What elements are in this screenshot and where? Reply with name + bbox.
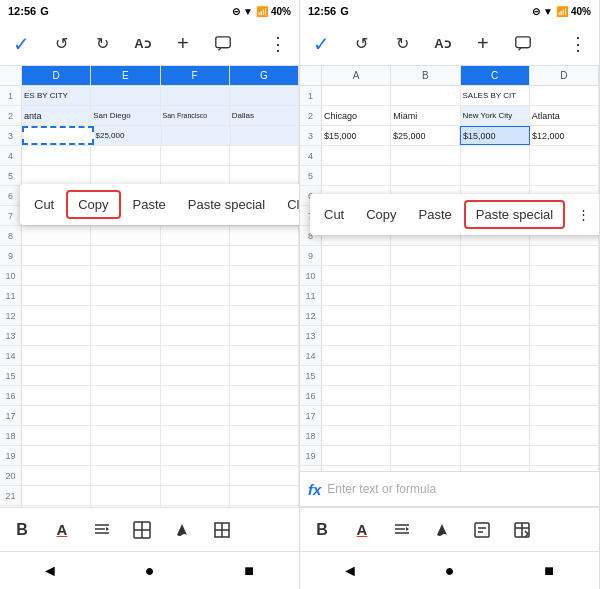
cell[interactable]: [230, 86, 299, 105]
cut-button-left[interactable]: Cut: [24, 192, 64, 217]
col-header-G[interactable]: G: [230, 66, 299, 85]
table-row: 3 $25,000: [0, 126, 299, 146]
cell[interactable]: [322, 86, 391, 105]
cell[interactable]: [162, 126, 231, 145]
home-nav-right[interactable]: ●: [429, 557, 469, 585]
paste-button-left[interactable]: Paste: [123, 192, 176, 217]
align-icon-left[interactable]: [88, 516, 116, 544]
recent-nav-right[interactable]: ■: [529, 557, 569, 585]
border-icon-left[interactable]: [208, 516, 236, 544]
cell[interactable]: $12,000: [530, 126, 599, 145]
checkmark-icon-right[interactable]: ✓: [308, 30, 334, 58]
table-row: 10: [0, 266, 299, 286]
wrap-icon-right[interactable]: [468, 516, 496, 544]
undo-icon-left[interactable]: ↺: [48, 30, 74, 58]
table-row: 11: [300, 286, 599, 306]
row-num: 1: [300, 86, 322, 105]
back-nav-right[interactable]: ◄: [330, 557, 370, 585]
checkmark-icon-left[interactable]: ✓: [8, 30, 34, 58]
cell[interactable]: [391, 86, 460, 105]
paste-button-right[interactable]: Paste: [409, 202, 462, 227]
col-header-F[interactable]: F: [161, 66, 230, 85]
merge-icon-left[interactable]: [128, 516, 156, 544]
table-row: 22: [0, 506, 299, 507]
font-color-icon-right[interactable]: A: [348, 516, 376, 544]
table-row: 17: [300, 406, 599, 426]
cell[interactable]: [91, 86, 160, 105]
sheet-rows-right: 1 SALES BY CIT 2 Chicago Miami New York …: [300, 86, 599, 471]
redo-icon-right[interactable]: ↻: [389, 30, 415, 58]
table-row: 21: [0, 486, 299, 506]
cut-button-right[interactable]: Cut: [314, 202, 354, 227]
table-row: 20: [0, 466, 299, 486]
col-header-A[interactable]: A: [322, 66, 391, 85]
status-left: 12:56 G: [8, 5, 49, 17]
back-nav-left[interactable]: ◄: [30, 557, 70, 585]
paste-special-button-left[interactable]: Paste special: [178, 192, 275, 217]
cell[interactable]: Miami: [391, 106, 460, 125]
freeze-icon-right[interactable]: [508, 516, 536, 544]
font-color-icon-left[interactable]: A: [48, 516, 76, 544]
fill-color-icon-left[interactable]: [168, 516, 196, 544]
formula-placeholder[interactable]: Enter text or formula: [327, 482, 436, 496]
align-icon-right[interactable]: [388, 516, 416, 544]
format-bar-left: B A: [0, 507, 299, 551]
text-format-icon-right[interactable]: Aↄ: [429, 30, 455, 58]
more-icon-left[interactable]: ⋮: [265, 30, 291, 58]
cell[interactable]: $25,000: [94, 126, 163, 145]
row-num-header-right: [300, 66, 322, 85]
add-icon-right[interactable]: +: [470, 30, 496, 58]
paste-special-button-right[interactable]: Paste special: [464, 200, 565, 229]
fill-color-icon-right[interactable]: [428, 516, 456, 544]
cell[interactable]: New York City: [461, 106, 530, 125]
cell[interactable]: $15,000: [460, 126, 530, 145]
copy-button-left[interactable]: Copy: [66, 190, 120, 219]
redo-icon-left[interactable]: ↻: [89, 30, 115, 58]
col-header-B[interactable]: B: [391, 66, 460, 85]
copy-button-right[interactable]: Copy: [356, 202, 406, 227]
home-nav-left[interactable]: ●: [129, 557, 169, 585]
cell[interactable]: [22, 126, 94, 145]
cell[interactable]: [231, 126, 300, 145]
bold-icon-right[interactable]: B: [308, 516, 336, 544]
table-row: 16: [300, 386, 599, 406]
cell[interactable]: anta: [22, 106, 91, 125]
col-header-D[interactable]: D: [22, 66, 91, 85]
cell[interactable]: [161, 86, 230, 105]
table-row: 13: [0, 326, 299, 346]
cell[interactable]: San Diego: [91, 106, 160, 125]
time-right: 12:56: [308, 5, 336, 17]
comment-icon-right[interactable]: [510, 30, 536, 58]
table-row: 12: [300, 306, 599, 326]
col-header-C[interactable]: C: [461, 66, 530, 85]
text-format-icon-left[interactable]: Aↄ: [129, 30, 155, 58]
table-row: 3 $15,000 $25,000 $15,000 $12,000: [300, 126, 599, 146]
cell[interactable]: ES BY CITY: [22, 86, 91, 105]
toolbar-left: ✓ ↺ ↻ Aↄ + ⋮: [0, 22, 299, 66]
more-icon-right[interactable]: ⋮: [565, 30, 591, 58]
cell[interactable]: Atlanta: [530, 106, 599, 125]
clear-button-left[interactable]: Clear: [277, 192, 299, 217]
cell[interactable]: $25,000: [391, 126, 460, 145]
battery-right: 40%: [571, 6, 591, 17]
col-header-E[interactable]: E: [91, 66, 160, 85]
cell[interactable]: $15,000: [322, 126, 391, 145]
time-left: 12:56: [8, 5, 36, 17]
cell[interactable]: Dallas: [230, 106, 299, 125]
recent-nav-left[interactable]: ■: [229, 557, 269, 585]
cell[interactable]: San Francisco: [161, 106, 230, 125]
row-num: 2: [300, 106, 322, 125]
undo-icon-right[interactable]: ↺: [348, 30, 374, 58]
row-num: 2: [0, 106, 22, 125]
cell[interactable]: SALES BY CIT: [461, 86, 530, 105]
bold-icon-left[interactable]: B: [8, 516, 36, 544]
nav-bar-right: ◄ ● ■: [300, 551, 599, 589]
col-header-D2[interactable]: D: [530, 66, 599, 85]
status-right-left: ⊝ ▼ 📶 40%: [232, 6, 291, 17]
more-menu-right[interactable]: ⋮: [567, 202, 599, 227]
network-right: G: [340, 5, 349, 17]
comment-icon-left[interactable]: [210, 30, 236, 58]
add-icon-left[interactable]: +: [170, 30, 196, 58]
cell[interactable]: [530, 86, 599, 105]
cell[interactable]: Chicago: [322, 106, 391, 125]
